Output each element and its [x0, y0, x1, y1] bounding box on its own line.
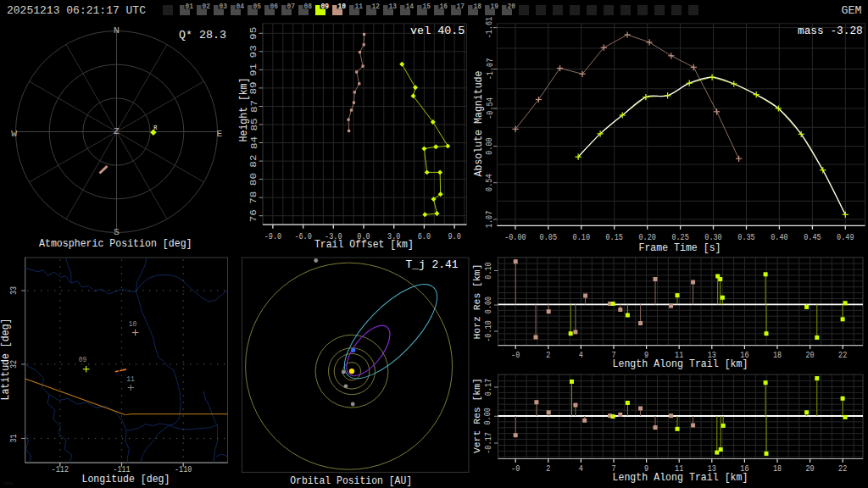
svg-text:Frame Time [s]: Frame Time [s]	[639, 241, 721, 254]
svg-text:03: 03	[219, 3, 227, 11]
svg-text:6.0: 6.0	[418, 231, 431, 241]
svg-text:22: 22	[838, 350, 847, 360]
svg-text:10: 10	[129, 320, 137, 329]
svg-text:89: 89	[249, 81, 259, 94]
svg-text:19: 19	[490, 3, 498, 11]
svg-text:-0.17: -0.17	[483, 432, 493, 454]
svg-text:-1.61: -1.61	[485, 17, 495, 39]
svg-text:11: 11	[354, 3, 363, 11]
svg-text:E: E	[216, 128, 222, 139]
svg-text:0.00: 0.00	[483, 408, 493, 424]
svg-text:85: 85	[249, 118, 259, 130]
svg-text:22: 22	[838, 463, 847, 474]
svg-text:0.10: 0.10	[573, 232, 590, 242]
svg-text:76: 76	[249, 209, 259, 222]
svg-text:06: 06	[270, 3, 278, 11]
svg-text:20251213 06:21:17 UTC: 20251213 06:21:17 UTC	[7, 4, 146, 17]
svg-text:17: 17	[456, 3, 465, 11]
svg-text:0.10: 0.10	[483, 262, 493, 279]
svg-text:Orbital Position [AU]: Orbital Position [AU]	[290, 474, 412, 487]
svg-text:07: 07	[287, 3, 295, 11]
svg-text:-9.0: -9.0	[264, 231, 281, 241]
svg-text:18: 18	[473, 3, 481, 11]
svg-text:0.49: 0.49	[837, 232, 854, 242]
svg-text:02: 02	[202, 3, 210, 11]
svg-text:0.05: 0.05	[540, 232, 557, 242]
svg-text:Longitude [deg]: Longitude [deg]	[82, 473, 170, 485]
svg-text:11: 11	[126, 375, 135, 384]
svg-text:4: 4	[579, 350, 583, 360]
svg-text:10: 10	[337, 3, 346, 11]
svg-text:0.54: 0.54	[485, 174, 495, 191]
svg-text:mass -3.28: mass -3.28	[798, 25, 863, 37]
svg-text:Length Along Trail [km]: Length Along Trail [km]	[613, 358, 748, 370]
svg-text:2: 2	[546, 350, 550, 360]
svg-text:0.17: 0.17	[483, 379, 493, 396]
svg-text:-0: -0	[511, 350, 520, 360]
svg-text:0.15: 0.15	[606, 232, 623, 242]
svg-text:31: 31	[8, 434, 19, 442]
svg-text:2: 2	[546, 463, 550, 474]
svg-text:91: 91	[249, 64, 259, 76]
svg-text:0.35: 0.35	[737, 232, 754, 242]
svg-text:18: 18	[773, 463, 782, 474]
svg-text:1.07: 1.07	[485, 211, 495, 228]
svg-text:80: 80	[249, 173, 259, 186]
svg-text:9.0: 9.0	[448, 231, 460, 241]
svg-text:-0: -0	[511, 463, 520, 474]
svg-text:0.00: 0.00	[483, 297, 493, 313]
svg-text:Z: Z	[114, 125, 120, 136]
svg-text:0.45: 0.45	[804, 232, 821, 242]
svg-text:78: 78	[249, 191, 259, 204]
svg-text:15: 15	[422, 3, 431, 11]
svg-text:12: 12	[371, 3, 380, 11]
svg-text:09: 09	[79, 356, 87, 364]
svg-text:njw: njw	[3, 480, 13, 486]
svg-text:82: 82	[249, 155, 259, 168]
svg-text:09: 09	[320, 3, 329, 11]
svg-text:Horz Res [km]: Horz Res [km]	[471, 264, 482, 340]
svg-text:N: N	[114, 25, 120, 36]
svg-text:95: 95	[249, 27, 259, 40]
svg-text:T_j 2.41: T_j 2.41	[406, 258, 459, 271]
svg-text:-112: -112	[52, 464, 69, 474]
svg-text:Vert Res [km]: Vert Res [km]	[471, 378, 482, 453]
svg-text:87: 87	[249, 100, 259, 113]
svg-text:0.00: 0.00	[485, 137, 495, 154]
svg-text:84: 84	[249, 136, 259, 149]
svg-text:20: 20	[806, 463, 815, 474]
svg-text:4: 4	[579, 463, 583, 474]
svg-text:-0.54: -0.54	[485, 97, 495, 119]
svg-text:GEM: GEM	[841, 4, 861, 17]
svg-text:13: 13	[388, 3, 397, 11]
svg-text:18: 18	[773, 350, 782, 360]
svg-text:33: 33	[8, 286, 19, 295]
svg-text:-6.0: -6.0	[294, 231, 311, 241]
svg-text:Q* 28.3: Q* 28.3	[179, 29, 226, 42]
svg-text:01: 01	[185, 3, 193, 11]
svg-text:S: S	[114, 226, 120, 237]
svg-text:0.40: 0.40	[771, 232, 787, 242]
svg-text:vel 40.5: vel 40.5	[410, 25, 465, 37]
svg-text:Absolute Magnitude: Absolute Magnitude	[472, 71, 485, 177]
svg-text:Height [km]: Height [km]	[237, 77, 250, 141]
svg-text:14: 14	[405, 3, 414, 11]
svg-text:20: 20	[507, 3, 515, 11]
svg-text:Latitude [deg]: Latitude [deg]	[0, 319, 12, 401]
svg-text:16: 16	[439, 3, 448, 11]
svg-text:04: 04	[236, 3, 244, 11]
svg-text:-1.07: -1.07	[485, 58, 495, 80]
svg-text:08: 08	[303, 3, 312, 11]
svg-text:93: 93	[249, 45, 259, 58]
svg-text:W: W	[11, 128, 17, 139]
svg-text:-0.00: -0.00	[504, 232, 526, 242]
svg-text:05: 05	[253, 3, 261, 11]
svg-text:Atmospheric Position [deg]: Atmospheric Position [deg]	[39, 237, 192, 250]
svg-text:Trail Offset [km]: Trail Offset [km]	[314, 238, 414, 251]
svg-text:-110: -110	[175, 464, 192, 474]
svg-text:-0.10: -0.10	[483, 320, 493, 342]
svg-text:Length Along Trail [km]: Length Along Trail [km]	[613, 471, 748, 484]
svg-text:20: 20	[806, 350, 815, 360]
